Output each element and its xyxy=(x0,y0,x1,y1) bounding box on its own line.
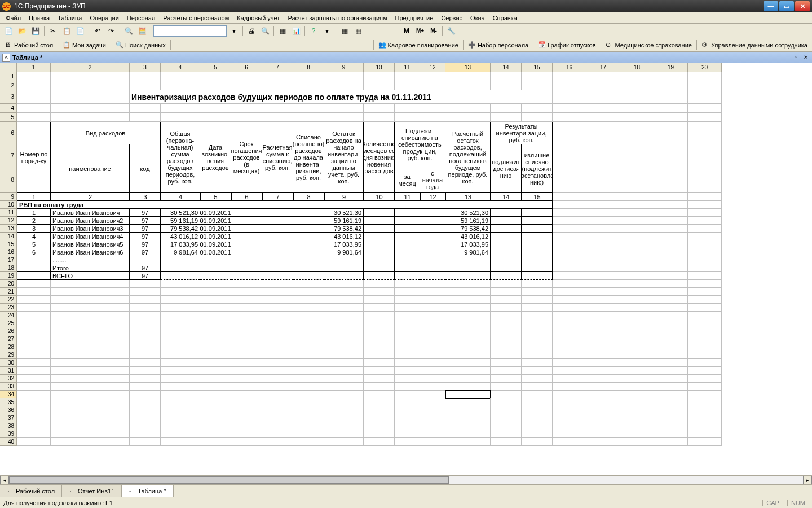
cell[interactable] xyxy=(324,288,364,296)
cell[interactable] xyxy=(200,272,231,280)
cell[interactable] xyxy=(420,438,445,446)
cell[interactable] xyxy=(293,414,324,422)
cell[interactable] xyxy=(51,104,130,113)
cell[interactable] xyxy=(620,248,654,256)
cell[interactable] xyxy=(364,406,395,414)
cell[interactable] xyxy=(420,233,445,240)
cell[interactable] xyxy=(324,351,364,359)
cell[interactable] xyxy=(654,367,688,375)
cell[interactable] xyxy=(51,391,130,398)
cell[interactable]: 4 xyxy=(161,193,200,201)
cell[interactable] xyxy=(262,256,293,264)
cell[interactable] xyxy=(51,335,130,343)
cell[interactable] xyxy=(324,438,364,446)
cell[interactable] xyxy=(231,398,262,406)
cell[interactable]: ВСЕГО xyxy=(51,272,130,280)
cell[interactable] xyxy=(522,367,553,375)
cell[interactable] xyxy=(200,406,231,414)
cell[interactable] xyxy=(586,414,620,422)
cell[interactable]: 6 xyxy=(17,248,51,256)
window-tab[interactable]: ▫Рабочий стол xyxy=(0,485,62,497)
cell[interactable] xyxy=(51,430,130,438)
cell[interactable] xyxy=(364,248,395,256)
cell[interactable]: 97 xyxy=(130,209,161,217)
cell[interactable] xyxy=(293,113,324,122)
cell[interactable]: наименование xyxy=(51,144,130,193)
cell[interactable]: 97 xyxy=(130,264,161,272)
cell[interactable] xyxy=(231,375,262,383)
cell[interactable] xyxy=(51,81,130,90)
cell[interactable] xyxy=(364,312,395,319)
cell[interactable] xyxy=(420,391,445,398)
cell[interactable] xyxy=(262,81,293,90)
cell[interactable] xyxy=(231,430,262,438)
cell[interactable] xyxy=(231,256,262,264)
cell[interactable] xyxy=(51,406,130,414)
cell[interactable] xyxy=(161,438,200,446)
cell[interactable]: 97 xyxy=(130,248,161,256)
cell[interactable] xyxy=(586,81,620,90)
cell[interactable] xyxy=(553,422,586,430)
header-cell[interactable]: 21 xyxy=(0,288,17,296)
cell[interactable] xyxy=(324,296,364,304)
cell[interactable]: 7 xyxy=(262,193,293,201)
cell[interactable] xyxy=(688,233,722,240)
cell[interactable] xyxy=(688,122,722,144)
cell[interactable]: 3 xyxy=(130,193,161,201)
cell[interactable] xyxy=(553,312,586,319)
cell[interactable] xyxy=(522,233,553,240)
cell[interactable] xyxy=(231,296,262,304)
cell[interactable] xyxy=(586,288,620,296)
cell[interactable] xyxy=(420,351,445,359)
cell[interactable] xyxy=(395,312,420,319)
cell[interactable] xyxy=(262,391,293,398)
header-cell[interactable]: 3 xyxy=(130,63,161,72)
header-cell[interactable]: 1 xyxy=(17,63,51,72)
cell[interactable] xyxy=(51,312,130,319)
cell[interactable] xyxy=(420,343,445,351)
cell[interactable] xyxy=(491,367,522,375)
cell[interactable] xyxy=(262,217,293,225)
cell[interactable] xyxy=(293,217,324,225)
cell[interactable] xyxy=(200,398,231,406)
cell[interactable] xyxy=(654,217,688,225)
cell[interactable] xyxy=(364,240,395,248)
cell[interactable]: 79 538,42 xyxy=(161,225,200,233)
cell[interactable] xyxy=(161,343,200,351)
cell[interactable] xyxy=(654,335,688,343)
cell[interactable] xyxy=(231,406,262,414)
cell[interactable] xyxy=(395,256,420,264)
cell[interactable] xyxy=(688,248,722,256)
cell[interactable] xyxy=(17,280,51,288)
cell[interactable] xyxy=(293,81,324,90)
grid-button[interactable]: ▦ xyxy=(338,25,351,37)
cell[interactable] xyxy=(395,391,420,398)
cell[interactable] xyxy=(395,406,420,414)
cell[interactable] xyxy=(586,359,620,367)
cell[interactable] xyxy=(420,81,445,90)
cell[interactable] xyxy=(293,240,324,248)
cell[interactable] xyxy=(130,383,161,391)
cell[interactable]: Остаток расходов на начало инвентари-зац… xyxy=(324,122,364,193)
header-cell[interactable]: 17 xyxy=(586,63,620,72)
cell[interactable] xyxy=(522,264,553,272)
cell[interactable] xyxy=(231,351,262,359)
cell[interactable] xyxy=(17,296,51,304)
header-cell[interactable]: 14 xyxy=(491,63,522,72)
cell[interactable]: 14 xyxy=(491,193,522,201)
cell[interactable] xyxy=(161,422,200,430)
cell[interactable] xyxy=(395,351,420,359)
cell[interactable] xyxy=(200,367,231,375)
cell[interactable] xyxy=(445,375,491,383)
cell[interactable] xyxy=(688,209,722,217)
cell[interactable] xyxy=(293,383,324,391)
menu-кадровый учет[interactable]: Кадровый учет xyxy=(233,14,283,23)
menu-файл[interactable]: Файл xyxy=(2,14,24,23)
cell[interactable] xyxy=(231,240,262,248)
m-minus-button[interactable]: M- xyxy=(427,25,440,37)
cell[interactable] xyxy=(262,335,293,343)
cell[interactable] xyxy=(293,72,324,81)
header-cell[interactable]: 15 xyxy=(522,63,553,72)
cell[interactable] xyxy=(620,122,654,144)
cell[interactable] xyxy=(445,72,491,81)
